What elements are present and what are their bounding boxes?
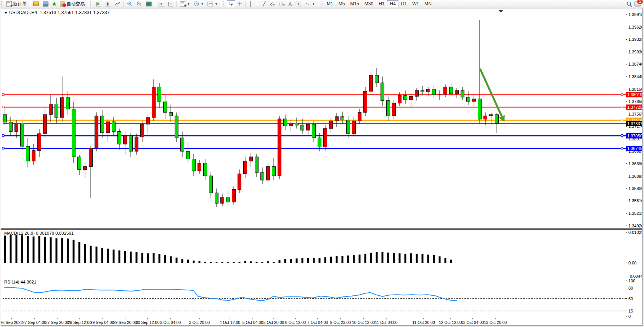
annotation-arrow[interactable] bbox=[480, 69, 505, 122]
text-tool-button[interactable]: A bbox=[287, 0, 294, 8]
macd-bar bbox=[445, 258, 446, 263]
candle bbox=[301, 125, 304, 130]
time-axis[interactable]: 26 Sep 202227 Sep 04:0027 Sep 20:0028 Se… bbox=[1, 318, 507, 325]
level-price-label: 1.37050 bbox=[627, 134, 642, 138]
auto-scroll-button[interactable] bbox=[156, 1, 166, 7]
arrows-tool-button[interactable]: ▼ bbox=[303, 1, 317, 7]
tab-timeframe-d1[interactable]: D1 bbox=[398, 0, 410, 7]
zoom-in-icon bbox=[127, 1, 133, 6]
chart-canvas[interactable]: 1.399151.396201.393251.390301.387401.384… bbox=[1, 8, 642, 325]
cursor-tool-button[interactable] bbox=[227, 0, 235, 7]
time-axis-label: 5 Oct 20:00 bbox=[263, 320, 284, 325]
toolbar-grip[interactable] bbox=[1, 1, 3, 6]
signals-button[interactable]: ◉ bbox=[50, 1, 58, 7]
candle bbox=[495, 114, 499, 123]
time-axis-label: 26 Sep 2022 bbox=[1, 320, 23, 325]
zoom-in-button[interactable] bbox=[125, 0, 135, 7]
macd-bar bbox=[410, 253, 412, 263]
macd-bar bbox=[90, 246, 92, 263]
macd-bar bbox=[56, 238, 58, 263]
chart-shift-button[interactable] bbox=[166, 1, 175, 7]
candle bbox=[106, 122, 110, 133]
text-icon: A bbox=[289, 1, 292, 7]
candle bbox=[404, 95, 407, 100]
toolbar-grip[interactable] bbox=[90, 1, 92, 6]
macd-bar bbox=[39, 236, 40, 263]
tab-timeframe-h4[interactable]: H4 bbox=[387, 0, 398, 7]
separator bbox=[124, 1, 124, 7]
profiles-button[interactable] bbox=[31, 1, 41, 7]
zoom-out-button[interactable] bbox=[135, 0, 144, 7]
tile-windows-button[interactable] bbox=[144, 1, 154, 7]
autotrading-button[interactable]: 自动交易 bbox=[58, 0, 87, 8]
macd-bar bbox=[427, 255, 429, 263]
chart-shift-marker[interactable] bbox=[498, 10, 503, 13]
vertical-line-tool-button[interactable]: │ bbox=[247, 0, 254, 7]
svg-text:1.35800: 1.35800 bbox=[628, 186, 642, 191]
macd-bar bbox=[50, 237, 52, 263]
templates-button[interactable]: ▼ bbox=[206, 1, 220, 7]
candle bbox=[84, 167, 87, 170]
svg-text:0.01029: 0.01029 bbox=[628, 230, 642, 235]
crosshair-icon bbox=[237, 1, 243, 6]
candle bbox=[267, 167, 270, 180]
svg-text:T: T bbox=[297, 2, 300, 6]
candle bbox=[135, 137, 138, 151]
candle bbox=[352, 121, 356, 134]
chart-ohlc: 1.37513 1.37561 1.37331 1.37337 bbox=[40, 10, 110, 15]
cursor-icon bbox=[229, 1, 233, 6]
macd-bar bbox=[290, 259, 292, 263]
macd-bar bbox=[433, 255, 435, 263]
macd-bar bbox=[222, 262, 223, 263]
time-axis-label: 27 Sep 20:00 bbox=[45, 320, 69, 325]
indicators-button[interactable]: ▼ bbox=[178, 0, 192, 8]
toolbar-grip[interactable] bbox=[223, 1, 225, 6]
candle bbox=[9, 122, 13, 131]
macd-bar bbox=[233, 262, 235, 263]
candle bbox=[427, 89, 430, 92]
macd-bar bbox=[67, 238, 69, 263]
tab-timeframe-m5[interactable]: M5 bbox=[336, 0, 348, 7]
bar-chart-mode-button[interactable] bbox=[94, 1, 103, 7]
candle bbox=[244, 161, 247, 174]
macd-bar bbox=[176, 258, 178, 263]
fibonacci-tool-button[interactable]: F bbox=[277, 1, 287, 7]
time-axis-label: 28 Sep 12:00 bbox=[68, 320, 92, 325]
svg-text:1.39915: 1.39915 bbox=[628, 12, 642, 17]
candlestick-mode-button[interactable] bbox=[103, 1, 113, 7]
svg-text:1.38150: 1.38150 bbox=[628, 87, 642, 92]
horizontal-line-tool-button[interactable]: ─ bbox=[254, 0, 261, 7]
candle bbox=[232, 189, 236, 202]
tab-timeframe-m15[interactable]: M15 bbox=[347, 0, 361, 7]
macd-value-signal: 0.002591 bbox=[55, 231, 74, 235]
channel-icon: E bbox=[270, 2, 275, 6]
search-icon[interactable] bbox=[626, 1, 632, 7]
macd-bar bbox=[353, 255, 355, 263]
line-chart-mode-button[interactable] bbox=[113, 1, 122, 7]
signals-icon: ◉ bbox=[52, 2, 56, 6]
channel-tool-button[interactable]: E bbox=[268, 1, 277, 7]
candle bbox=[341, 117, 344, 120]
notifications-icon[interactable]: 1 bbox=[634, 1, 641, 6]
chart-menu-triangle-icon[interactable]: ▼ bbox=[4, 11, 8, 15]
candle bbox=[392, 103, 396, 116]
label-tool-button[interactable]: T bbox=[294, 1, 303, 7]
tab-timeframe-m30[interactable]: M30 bbox=[362, 0, 376, 7]
crosshair-tool-button[interactable] bbox=[235, 0, 244, 7]
candle bbox=[318, 138, 321, 147]
trendline-icon: ╱ bbox=[263, 1, 265, 6]
svg-text:-0.004453: -0.004453 bbox=[628, 274, 642, 279]
dropdown-arrow-icon: ▼ bbox=[187, 2, 190, 6]
periods-button[interactable]: ▼ bbox=[192, 0, 206, 7]
tab-timeframe-m1[interactable]: M1 bbox=[324, 0, 336, 7]
tab-timeframe-w1[interactable]: W1 bbox=[410, 0, 422, 7]
vertical-line-icon: │ bbox=[249, 1, 252, 6]
toolbar-grip[interactable] bbox=[321, 1, 323, 6]
candle bbox=[129, 136, 133, 151]
tab-timeframe-h1[interactable]: H1 bbox=[376, 0, 387, 7]
trendline-tool-button[interactable]: ╱ bbox=[261, 0, 267, 7]
time-axis-label: 5 Oct 04:00 bbox=[243, 320, 263, 325]
tab-timeframe-mn[interactable]: MN bbox=[422, 0, 434, 7]
new-order-button[interactable]: 新订单 bbox=[5, 0, 29, 8]
market-watch-button[interactable] bbox=[41, 1, 50, 7]
